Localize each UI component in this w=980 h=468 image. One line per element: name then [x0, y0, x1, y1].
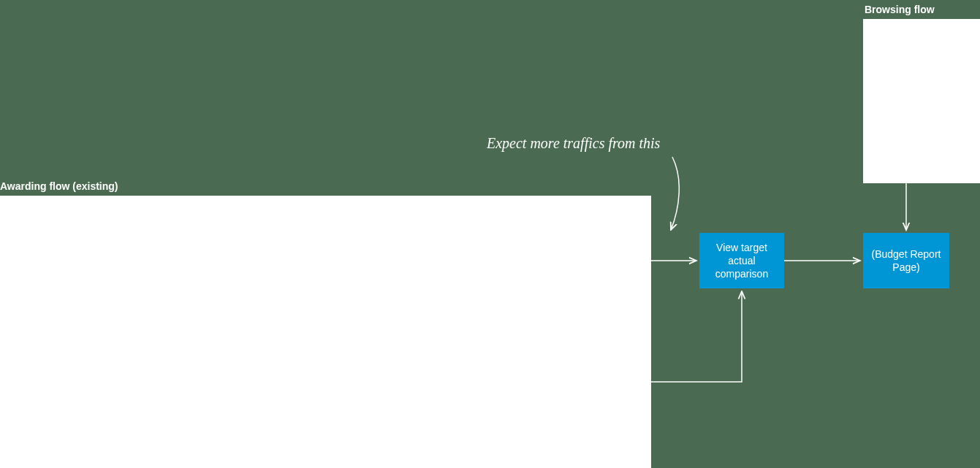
awarding-flow-panel	[0, 196, 651, 468]
budget-report-node[interactable]: (Budget Report Page)	[863, 233, 949, 288]
arrow-annotation-curve	[671, 157, 679, 230]
awarding-flow-label: Awarding flow (existing)	[0, 180, 118, 192]
arrow-awarding-lower-to-view	[651, 291, 742, 382]
browsing-flow-panel	[863, 19, 980, 183]
view-target-node[interactable]: View target actual comparison	[699, 233, 784, 288]
traffic-annotation: Expect more traffics from this	[487, 135, 660, 152]
browsing-flow-label: Browsing flow	[865, 4, 935, 15]
